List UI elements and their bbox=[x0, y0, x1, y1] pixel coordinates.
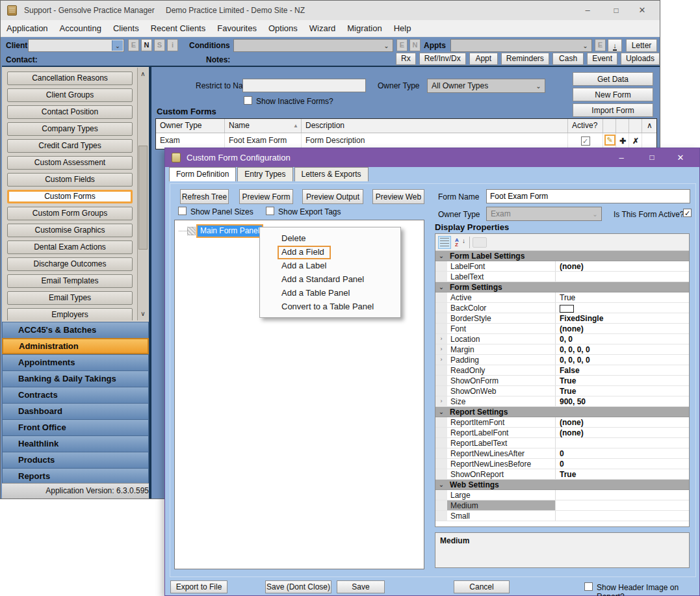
import-form-button[interactable]: Import Form bbox=[573, 103, 653, 117]
sidebar-item-employers[interactable]: Employers bbox=[7, 308, 133, 320]
sidebar-scrollbar[interactable]: ∧ ∨ bbox=[137, 68, 148, 320]
sidebar-item-custom-fields[interactable]: Custom Fields bbox=[7, 173, 133, 187]
sidebar-item-discharge-outcomes[interactable]: Discharge Outcomes bbox=[7, 257, 133, 271]
column-description[interactable]: Description bbox=[302, 119, 568, 133]
context-menu-item-add-a-table-panel[interactable]: Add a Table Panel bbox=[260, 286, 400, 300]
property-row-reportnewlinesafter[interactable]: ReportNewLinesAfter0 bbox=[435, 448, 689, 459]
restrict-to-name-input[interactable] bbox=[242, 79, 366, 92]
property-row-showonweb[interactable]: ShowOnWebTrue bbox=[435, 386, 689, 396]
column-name[interactable]: Name▲ bbox=[225, 119, 302, 133]
chevron-down-icon[interactable]: ⌄ bbox=[533, 80, 544, 92]
row-active-checkbox[interactable]: ✓ bbox=[581, 136, 590, 146]
conditions-combobox[interactable]: ⌄ bbox=[233, 39, 393, 52]
show-inactive-checkbox[interactable] bbox=[244, 96, 252, 105]
property-row-active[interactable]: ActiveTrue bbox=[435, 292, 689, 303]
preview-form-button[interactable]: Preview Form bbox=[239, 189, 293, 204]
accordion-products[interactable]: Products bbox=[2, 452, 149, 468]
table-row[interactable]: Exam Foot Exam Form Form Description ✓ ✎… bbox=[156, 133, 656, 149]
preview-web-button[interactable]: Preview Web bbox=[372, 189, 424, 204]
preview-output-button[interactable]: Preview Output bbox=[302, 189, 363, 204]
maximize-icon[interactable]: □ bbox=[642, 151, 662, 164]
property-row-reportitemfont[interactable]: ReportItemFont(none) bbox=[435, 417, 689, 428]
property-row-borderstyle[interactable]: BorderStyleFixedSingle bbox=[435, 313, 689, 324]
menu-item-options[interactable]: Options bbox=[263, 20, 304, 37]
close-icon[interactable]: ✕ bbox=[632, 4, 652, 17]
sidebar-item-company-types[interactable]: Company Types bbox=[7, 122, 133, 136]
categorized-view-icon[interactable] bbox=[438, 236, 451, 249]
table-scroll-up-icon[interactable]: ∧ bbox=[642, 119, 653, 133]
sidebar-item-client-groups[interactable]: Client Groups bbox=[7, 88, 133, 102]
property-row-readonly[interactable]: ReadOnlyFalse bbox=[435, 365, 689, 376]
download-appt-button[interactable]: ↓ bbox=[608, 39, 622, 52]
column-owner-type[interactable]: Owner Type bbox=[156, 119, 225, 133]
accordion-healthlink[interactable]: Healthlink bbox=[2, 435, 149, 452]
is-form-active-checkbox[interactable]: ✓ bbox=[683, 209, 692, 217]
menu-item-migration[interactable]: Migration bbox=[341, 20, 387, 37]
property-row-reportnewlinesbefore[interactable]: ReportNewLinesBefore0 bbox=[435, 459, 689, 469]
save-button[interactable]: Save bbox=[337, 580, 385, 593]
property-row-medium[interactable]: Medium bbox=[435, 500, 689, 511]
accordion-reports[interactable]: Reports bbox=[2, 468, 149, 484]
property-category-form-settings[interactable]: ⌄Form Settings bbox=[435, 282, 689, 292]
sidebar-item-customise-graphics[interactable]: Customise Graphics bbox=[7, 224, 133, 237]
menu-item-accounting[interactable]: Accounting bbox=[54, 20, 107, 37]
appt-slip-button[interactable]: Appt Slip bbox=[469, 53, 498, 65]
menu-item-application[interactable]: Application bbox=[1, 20, 54, 37]
rx-button[interactable]: Rx bbox=[396, 53, 416, 65]
menu-item-help[interactable]: Help bbox=[388, 20, 417, 37]
property-row-large[interactable]: Large bbox=[435, 490, 689, 500]
context-menu-item-add-a-standard-panel[interactable]: Add a Standard Panel bbox=[260, 272, 400, 286]
cash-sale-button[interactable]: Cash Sale bbox=[552, 53, 584, 65]
get-data-button[interactable]: Get Data bbox=[573, 72, 653, 86]
column-active[interactable]: Active? bbox=[568, 119, 603, 133]
minimize-icon[interactable]: – bbox=[612, 151, 631, 164]
property-row-small[interactable]: Small bbox=[435, 511, 689, 521]
menu-item-clients[interactable]: Clients bbox=[107, 20, 145, 37]
reminders-button[interactable]: Reminders bbox=[501, 53, 549, 65]
export-to-file-button[interactable]: Export to File bbox=[170, 580, 227, 593]
scrollbar-thumb[interactable] bbox=[138, 146, 148, 250]
menu-item-favourites[interactable]: Favourites bbox=[211, 20, 263, 37]
delete-x-icon[interactable]: ✗ bbox=[629, 133, 642, 149]
event-button[interactable]: Event bbox=[587, 53, 617, 65]
chevron-down-icon[interactable]: ⌄ bbox=[381, 40, 392, 51]
sidebar-item-contact-position[interactable]: Contact Position bbox=[7, 105, 133, 119]
accordion-contracts[interactable]: Contracts bbox=[2, 387, 149, 403]
letter-button[interactable]: Letter bbox=[626, 39, 657, 52]
accordion-banking-daily-takings[interactable]: Banking & Daily Takings bbox=[2, 370, 149, 387]
property-row-font[interactable]: Font(none) bbox=[435, 324, 689, 334]
tree-node-main-form-panel[interactable]: Main Form Panel bbox=[179, 225, 262, 237]
sidebar-item-custom-assessment[interactable]: Custom Assessment bbox=[7, 156, 133, 170]
sidebar-item-custom-forms[interactable]: Custom Forms bbox=[7, 190, 133, 203]
property-row-padding[interactable]: ›Padding0, 0, 0, 0 bbox=[435, 355, 689, 365]
property-row-labelfont[interactable]: LabelFont(none) bbox=[435, 261, 689, 272]
scroll-down-icon[interactable]: ∨ bbox=[138, 309, 148, 319]
property-row-showonform[interactable]: ShowOnFormTrue bbox=[435, 376, 689, 386]
show-header-checkbox[interactable] bbox=[584, 582, 593, 591]
property-row-showonreport[interactable]: ShowOnReportTrue bbox=[435, 469, 689, 480]
refresh-tree-button[interactable]: Refresh Tree bbox=[180, 189, 229, 204]
alphabetical-sort-icon[interactable]: AZ↓ bbox=[454, 236, 467, 249]
context-menu-item-add-a-label[interactable]: Add a Label bbox=[260, 259, 400, 272]
uploads-button[interactable]: Uploads bbox=[621, 53, 660, 65]
edit-pencil-icon[interactable]: ✎ bbox=[604, 135, 616, 146]
context-menu-item-add-a-field[interactable]: Add a Field bbox=[260, 245, 400, 259]
client-mini-n-button[interactable]: N bbox=[141, 39, 152, 51]
context-menu-item-convert-to-a-table-panel[interactable]: Convert to a Table Panel bbox=[260, 300, 400, 313]
save-dont-close-button[interactable]: Save (Dont Close) bbox=[265, 580, 331, 593]
appts-combobox[interactable]: ⌄ bbox=[450, 39, 592, 52]
property-category-form-label-settings[interactable]: ⌄Form Label Settings bbox=[435, 251, 689, 261]
cancel-button[interactable]: Cancel bbox=[454, 580, 510, 593]
property-row-reportlabeltext[interactable]: ReportLabelText bbox=[435, 438, 689, 448]
accordion-dashboard[interactable]: Dashboard bbox=[2, 403, 149, 419]
tab-entry-types[interactable]: Entry Types bbox=[237, 167, 292, 181]
sidebar-item-email-templates[interactable]: Email Templates bbox=[7, 274, 133, 288]
show-export-tags-checkbox[interactable] bbox=[266, 207, 274, 215]
tab-letters-exports[interactable]: Letters & Exports bbox=[294, 167, 369, 181]
new-form-button[interactable]: New Form bbox=[573, 88, 653, 101]
tab-form-definition[interactable]: Form Definition bbox=[169, 167, 236, 181]
sidebar-item-custom-form-groups[interactable]: Custom Form Groups bbox=[7, 207, 133, 220]
accordion-front-office[interactable]: Front Office bbox=[2, 419, 149, 435]
ref-inv-dx-button[interactable]: Ref/Inv/Dx bbox=[419, 53, 466, 65]
accordion-acc45-s-batches[interactable]: ACC45's & Batches bbox=[2, 322, 149, 338]
